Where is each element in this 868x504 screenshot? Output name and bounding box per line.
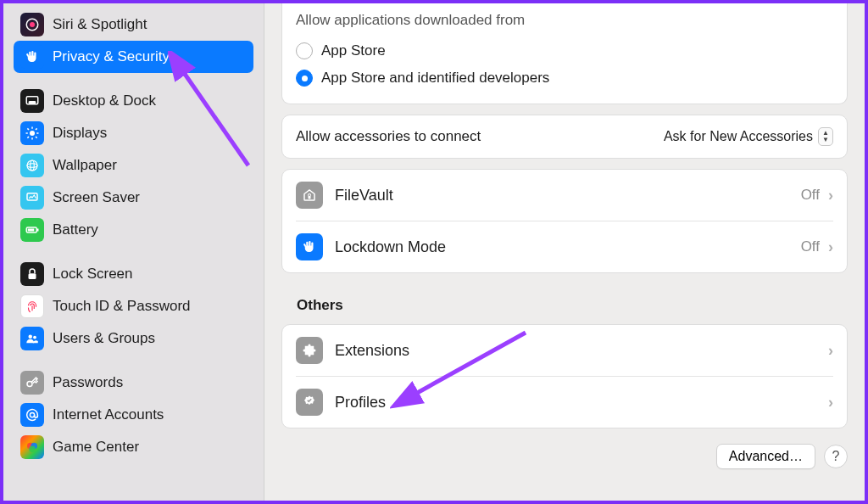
svg-point-23	[27, 382, 32, 387]
radio-label: App Store	[321, 42, 386, 59]
svg-point-24	[30, 412, 34, 417]
sidebar-item-wallpaper[interactable]: Wallpaper	[14, 149, 253, 182]
sidebar-item-label: Battery	[53, 221, 98, 238]
displays-icon	[20, 121, 44, 145]
radio-icon	[296, 42, 313, 59]
gamecenter-icon	[20, 435, 44, 459]
svg-line-10	[36, 137, 37, 138]
svg-rect-19	[28, 229, 35, 232]
chevron-right-icon: ›	[828, 394, 833, 412]
help-button[interactable]: ?	[824, 445, 848, 468]
row-label: Profiles	[335, 394, 386, 412]
svg-line-11	[27, 137, 29, 138]
row-label: Extensions	[335, 342, 409, 360]
main-content: Allow applications downloaded from App S…	[264, 3, 865, 501]
battery-icon	[20, 218, 44, 242]
sidebar-item-label: Users & Groups	[53, 330, 155, 347]
download-panel: Allow applications downloaded from App S…	[281, 3, 848, 104]
radio-label: App Store and identified developers	[321, 70, 549, 87]
fingerprint-icon	[20, 294, 44, 318]
row-value: Off	[801, 187, 820, 204]
sidebar-item-label: Siri & Spotlight	[53, 16, 147, 33]
sidebar-item-privacy-security[interactable]: Privacy & Security	[14, 41, 253, 73]
hand-icon	[20, 45, 44, 69]
radio-option[interactable]: App Store and identified developers	[296, 64, 833, 92]
sidebar: Siri & SpotlightPrivacy & SecurityDeskto…	[3, 3, 264, 501]
sidebar-item-label: Desktop & Dock	[53, 92, 156, 109]
svg-rect-16	[27, 193, 37, 200]
filevault-icon	[296, 182, 323, 209]
svg-point-14	[27, 164, 37, 168]
svg-rect-28	[309, 196, 311, 199]
footer: Advanced… ?	[281, 444, 848, 469]
sidebar-item-screen-saver[interactable]: Screen Saver	[14, 182, 253, 214]
accessories-selector[interactable]: Ask for New Accessories ▲▼	[664, 127, 833, 146]
sidebar-item-label: Passwords	[53, 374, 123, 391]
list-row-extensions[interactable]: Extensions›	[296, 325, 833, 376]
svg-rect-20	[29, 273, 36, 279]
badge-icon	[296, 389, 323, 416]
sidebar-item-label: Privacy & Security	[53, 48, 170, 65]
siri-icon	[20, 13, 44, 36]
accessories-value: Ask for New Accessories	[664, 129, 813, 144]
wallpaper-icon	[20, 154, 44, 177]
svg-point-13	[27, 160, 37, 171]
download-heading: Allow applications downloaded from	[296, 12, 833, 29]
sidebar-item-game-center[interactable]: Game Center	[14, 431, 253, 463]
others-heading: Others	[297, 297, 848, 314]
sidebar-item-label: Screen Saver	[53, 189, 140, 206]
sidebar-item-label: Touch ID & Password	[53, 298, 191, 315]
key-icon	[20, 371, 44, 395]
svg-point-27	[29, 446, 36, 453]
row-value: Off	[801, 238, 820, 255]
svg-point-4	[30, 131, 35, 136]
list-row-lockdown-mode[interactable]: Lockdown ModeOff›	[296, 221, 833, 272]
puzzle-icon	[296, 337, 323, 364]
sidebar-item-siri-spotlight[interactable]: Siri & Spotlight	[14, 8, 253, 41]
advanced-button[interactable]: Advanced…	[716, 444, 815, 469]
svg-rect-18	[37, 229, 39, 232]
radio-option[interactable]: App Store	[296, 37, 833, 64]
row-label: FileVault	[335, 187, 393, 204]
list-row-profiles[interactable]: Profiles›	[296, 376, 833, 428]
svg-point-15	[31, 160, 35, 171]
sidebar-item-battery[interactable]: Battery	[14, 214, 253, 246]
chevron-right-icon: ›	[828, 238, 833, 256]
sidebar-item-internet-accounts[interactable]: Internet Accounts	[14, 399, 253, 431]
others-list: Extensions›Profiles›	[281, 324, 848, 428]
users-icon	[20, 327, 44, 350]
hand-icon	[296, 233, 323, 260]
accessories-panel: Allow accessories to connect Ask for New…	[281, 115, 848, 159]
svg-point-21	[29, 335, 33, 339]
sidebar-item-label: Game Center	[53, 439, 139, 456]
sidebar-item-label: Wallpaper	[53, 157, 117, 174]
sidebar-item-label: Lock Screen	[53, 266, 133, 283]
chevron-right-icon: ›	[828, 342, 833, 360]
at-icon	[20, 403, 44, 427]
sidebar-item-desktop-dock[interactable]: Desktop & Dock	[14, 85, 253, 117]
accessories-label: Allow accessories to connect	[296, 128, 481, 145]
svg-rect-3	[29, 102, 36, 104]
sidebar-item-displays[interactable]: Displays	[14, 117, 253, 149]
sidebar-item-users-groups[interactable]: Users & Groups	[14, 322, 253, 355]
chevron-right-icon: ›	[828, 187, 833, 204]
sidebar-item-touch-id-password[interactable]: Touch ID & Password	[14, 290, 253, 322]
sidebar-item-label: Internet Accounts	[53, 406, 164, 423]
dock-icon	[20, 89, 44, 113]
radio-icon	[296, 70, 313, 87]
svg-point-22	[33, 336, 36, 339]
lock-icon	[20, 262, 44, 286]
privacy-list: FileVaultOff›Lockdown ModeOff›	[281, 169, 848, 273]
svg-line-12	[36, 128, 37, 130]
svg-line-9	[27, 128, 29, 130]
screensaver-icon	[20, 186, 44, 210]
list-row-filevault[interactable]: FileVaultOff›	[296, 170, 833, 221]
sidebar-item-passwords[interactable]: Passwords	[14, 367, 253, 399]
stepper-icon: ▲▼	[818, 127, 833, 146]
sidebar-item-lock-screen[interactable]: Lock Screen	[14, 258, 253, 290]
sidebar-item-label: Displays	[53, 125, 107, 142]
row-label: Lockdown Mode	[335, 238, 446, 256]
svg-point-1	[30, 22, 35, 27]
